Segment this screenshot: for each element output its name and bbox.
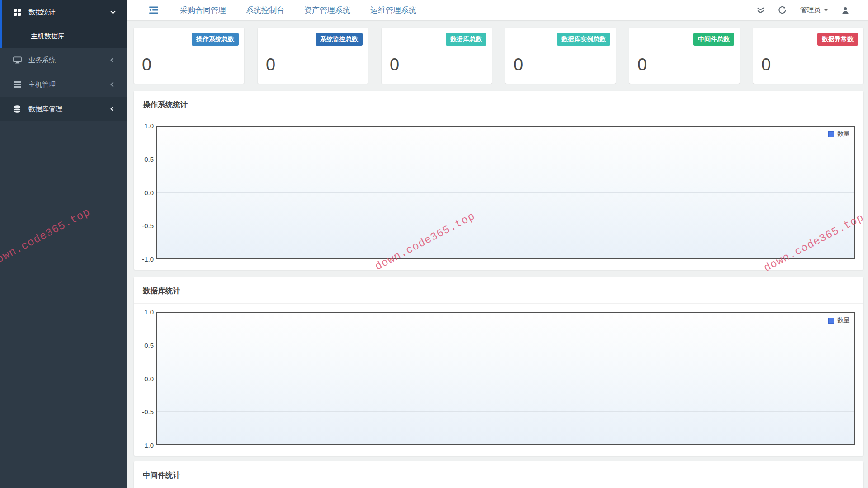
stat-card-middleware-total: 中间件总数 0 [629, 28, 740, 84]
panel-title: 中间件统计 [143, 471, 180, 479]
sidebar-item-label: 业务系统 [28, 56, 111, 65]
top-navbar: 采购合同管理 系统控制台 资产管理系统 运维管理系统 管理员 [127, 0, 868, 20]
chart-legend[interactable]: 数量 [828, 130, 850, 138]
caret-down-icon [824, 9, 828, 11]
legend-swatch [828, 318, 834, 324]
y-axis-tick: -1.0 [135, 255, 154, 263]
chart-legend[interactable]: 数量 [828, 316, 850, 324]
database-chart: 1.0 0.5 0.0 -0.5 -1.0 数量 [156, 312, 855, 445]
server-icon [13, 81, 22, 88]
chevron-left-icon [110, 82, 115, 87]
legend-label: 数量 [837, 316, 850, 324]
chart-plot-area: 数量 [156, 126, 855, 259]
stat-value: 0 [753, 51, 863, 75]
sidebar-toggle-icon[interactable] [149, 6, 159, 14]
user-menu[interactable]: 管理员 [800, 6, 828, 14]
nav-link-system-console[interactable]: 系统控制台 [246, 5, 284, 15]
legend-label: 数量 [837, 130, 850, 138]
sidebar-item-host-database[interactable]: 主机数据库 [0, 24, 127, 48]
panel-title: 数据库统计 [143, 286, 180, 295]
database-icon [13, 105, 22, 113]
y-axis-tick: -1.0 [135, 441, 154, 449]
status-badge: 数据库实例总数 [557, 33, 610, 46]
chevron-down-icon [110, 9, 115, 14]
chevron-left-icon [110, 57, 115, 62]
panel-title: 操作系统统计 [143, 100, 188, 108]
stat-value: 0 [134, 51, 244, 75]
panel-header: 数据库统计 [134, 277, 863, 304]
sidebar-item-label: 主机管理 [28, 80, 111, 89]
status-badge: 数据库总数 [446, 33, 486, 46]
sidebar-item-data-statistics[interactable]: 数据统计 [0, 0, 127, 24]
stat-value: 0 [629, 51, 740, 75]
status-badge: 系统监控总数 [316, 33, 363, 46]
y-axis-tick: -0.5 [135, 222, 154, 230]
stat-card-monitor-total: 系统监控总数 0 [258, 28, 368, 84]
y-axis-tick: 0.5 [135, 341, 154, 349]
nav-link-ops-management[interactable]: 运维管理系统 [370, 5, 416, 15]
panel-header: 操作系统统计 [134, 91, 863, 117]
monitor-icon [13, 56, 22, 64]
chart-plot-area: 数量 [156, 312, 855, 445]
os-chart: 1.0 0.5 0.0 -0.5 -1.0 数量 [156, 126, 855, 259]
stat-card-database-total: 数据库总数 0 [382, 28, 492, 84]
nav-link-asset-management[interactable]: 资产管理系统 [304, 5, 350, 15]
sidebar-item-host-management[interactable]: 主机管理 [0, 72, 127, 97]
content-area: 操作系统总数 0 系统监控总数 0 数据库总数 0 数据库实例总数 0 中间件总… [127, 20, 868, 488]
panel-middleware-statistics: 中间件统计 [134, 461, 863, 488]
stat-card-db-instance-total: 数据库实例总数 0 [505, 28, 616, 84]
refresh-icon[interactable] [778, 6, 787, 14]
panel-database-statistics: 数据库统计 1.0 0.5 0.0 -0.5 -1.0 数量 [134, 277, 863, 456]
status-badge: 数据异常数 [817, 33, 858, 46]
status-badge: 操作系统总数 [192, 33, 239, 46]
user-icon[interactable] [842, 7, 849, 14]
sidebar-item-label: 数据统计 [28, 8, 111, 17]
y-axis-tick: 1.0 [135, 122, 154, 130]
y-axis-tick: 0.5 [135, 155, 154, 163]
stat-value: 0 [258, 51, 368, 75]
panel-os-statistics: 操作系统统计 1.0 0.5 0.0 -0.5 -1.0 数量 [134, 91, 863, 270]
y-axis-tick: -0.5 [135, 408, 154, 416]
stat-value: 0 [505, 51, 616, 75]
sidebar-group-data-statistics: 数据统计 主机数据库 [0, 0, 127, 48]
status-badge: 中间件总数 [693, 33, 734, 46]
chevron-left-icon [110, 106, 115, 111]
y-axis-tick: 0.0 [135, 375, 154, 382]
user-label: 管理员 [800, 6, 821, 14]
stat-card-os-total: 操作系统总数 0 [134, 28, 244, 84]
sidebar-item-business-system[interactable]: 业务系统 [0, 48, 127, 72]
sidebar-item-label: 数据库管理 [28, 105, 111, 113]
grid-icon [13, 9, 22, 16]
nav-link-procurement-contract[interactable]: 采购合同管理 [180, 5, 226, 15]
y-axis-tick: 1.0 [135, 308, 154, 316]
double-chevron-icon[interactable] [757, 7, 764, 14]
stat-card-data-anomaly: 数据异常数 0 [753, 28, 863, 84]
legend-swatch [828, 131, 834, 137]
sidebar: 数据统计 主机数据库 业务系统 主机管理 [0, 0, 127, 488]
stat-value: 0 [382, 51, 492, 75]
stat-cards-row: 操作系统总数 0 系统监控总数 0 数据库总数 0 数据库实例总数 0 中间件总… [134, 28, 863, 84]
sidebar-subitem-label: 主机数据库 [31, 32, 65, 41]
sidebar-item-database-management[interactable]: 数据库管理 [0, 97, 127, 121]
y-axis-tick: 0.0 [135, 188, 154, 196]
panel-header: 中间件统计 [134, 461, 863, 488]
top-nav-links: 采购合同管理 系统控制台 资产管理系统 运维管理系统 [180, 5, 416, 15]
